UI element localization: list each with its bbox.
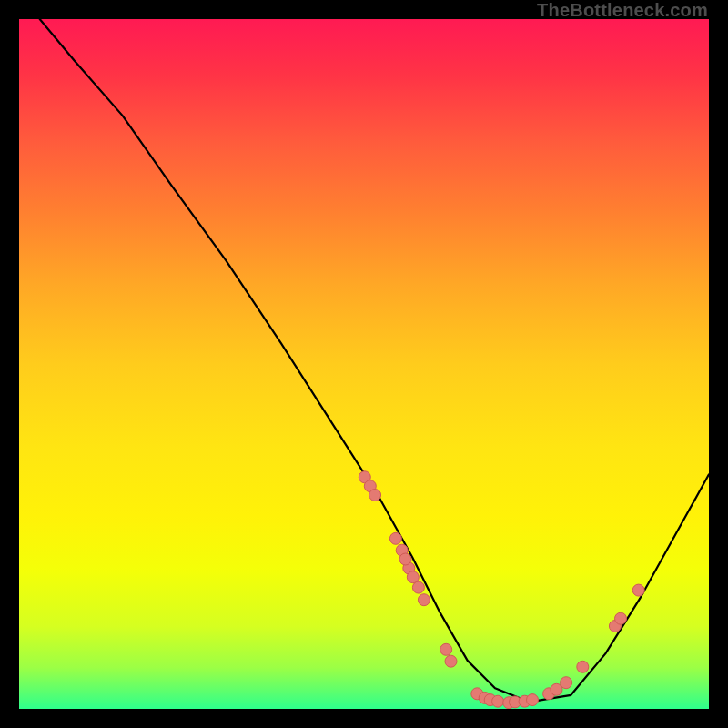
- data-point: [510, 696, 521, 708]
- data-point: [479, 692, 490, 703]
- data-point: [369, 490, 381, 501]
- data-point: [396, 544, 408, 556]
- data-point: [543, 688, 555, 700]
- data-point: [484, 694, 496, 706]
- data-point: [471, 688, 483, 700]
- chart-svg: [19, 19, 709, 709]
- bottleneck-curve: [40, 19, 709, 702]
- data-point: [399, 553, 411, 565]
- data-point: [364, 480, 376, 492]
- data-point: [561, 677, 572, 689]
- data-point: [527, 694, 539, 706]
- data-point: [615, 612, 627, 624]
- data-point: [440, 643, 452, 655]
- data-point: [632, 584, 644, 596]
- data-point: [609, 621, 621, 632]
- data-point: [577, 661, 589, 672]
- chart-plot-area: [19, 19, 709, 709]
- data-point: [492, 695, 504, 707]
- data-point: [412, 581, 424, 593]
- data-point: [389, 532, 401, 544]
- data-point: [519, 695, 531, 707]
- data-point: [418, 594, 430, 606]
- attribution-text: TheBottleneck.com: [537, 0, 708, 21]
- data-point: [407, 571, 419, 583]
- data-point: [359, 471, 370, 483]
- data-point: [403, 562, 415, 574]
- data-points-group: [359, 471, 644, 709]
- data-point: [445, 655, 457, 667]
- data-point: [503, 697, 515, 709]
- data-point: [551, 683, 562, 695]
